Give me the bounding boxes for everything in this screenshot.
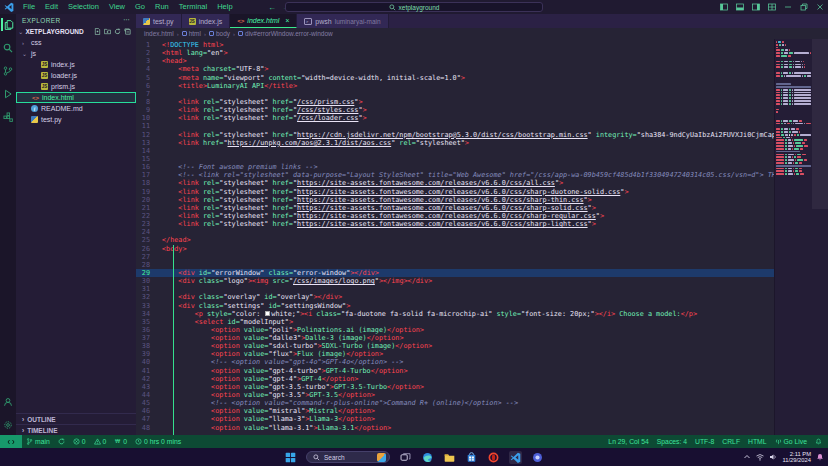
tab-index.js[interactable]: JSindex.js [182, 14, 231, 28]
menu-view[interactable]: View [104, 2, 130, 11]
status-error[interactable]: 0 [69, 438, 90, 445]
code-line-48[interactable]: 48 <option value="llama-3.1">Llama-3.1</… [136, 424, 774, 432]
code-line-14[interactable]: 14 [136, 147, 774, 155]
tree-item-prism.js[interactable]: JSprism.js [16, 81, 136, 92]
code-line-18[interactable]: 18 <link rel="stylesheet" href="https://… [136, 179, 774, 187]
taskbar-search[interactable]: Search [306, 451, 390, 463]
taskbar-app-store-icon[interactable] [465, 451, 478, 464]
status-broadcast[interactable]: Go Live [771, 438, 811, 445]
code-line-23[interactable]: 23 <link rel="stylesheet" href="https://… [136, 220, 774, 228]
code-line-44[interactable]: 44 <option value="gpt-3.5">GPT-3.5</opti… [136, 391, 774, 399]
code-line-30[interactable]: 30 <div class="logo"><img src="/css/imag… [136, 277, 774, 285]
tray-chevron-up-icon[interactable] [743, 453, 751, 461]
code-line-17[interactable]: 17 <!-- <link rel="stylesheet" data-purp… [136, 171, 774, 179]
menu-run[interactable]: Run [150, 2, 174, 11]
code-editor[interactable]: 1<!DOCTYPE html>2<html lang="en">3<head>… [136, 39, 774, 435]
menu-edit[interactable]: Edit [40, 2, 63, 11]
taskbar-app-taskview-icon[interactable] [399, 451, 412, 464]
code-line-6[interactable]: 6 <title>LuminaryAI API</title> [136, 82, 774, 90]
tree-item-js[interactable]: ⌄js [16, 48, 136, 59]
new-file-icon[interactable] [94, 28, 101, 35]
code-line-9[interactable]: 9 <link rel="stylesheet" href="/css/styl… [136, 106, 774, 114]
breadcrumb-item-0[interactable]: index.html [144, 30, 174, 37]
minimap[interactable] [774, 39, 812, 435]
layout-customize-icon[interactable] [764, 0, 780, 14]
status-branch[interactable]: main [22, 438, 54, 445]
tab-pwsh[interactable]: >_pwshluminaryai-main [297, 14, 388, 28]
code-line-24[interactable]: 24 [136, 228, 774, 236]
command-center-search[interactable]: xetplayground [285, 2, 543, 12]
status-crlf[interactable]: CRLF [718, 438, 744, 445]
taskbar-app-bluecircle-icon[interactable] [531, 451, 544, 464]
taskbar-app-edge-icon[interactable] [421, 451, 434, 464]
collapse-all-icon[interactable] [124, 28, 131, 35]
tree-item-README.md[interactable]: iREADME.md [16, 103, 136, 114]
code-line-19[interactable]: 19 <link rel="stylesheet" href="https://… [136, 188, 774, 196]
code-line-5[interactable]: 5 <meta name="viewport" content="width=d… [136, 74, 774, 82]
code-line-46[interactable]: 46 <option value="mistral">Mistral</opti… [136, 407, 774, 415]
status-won[interactable]: ₩0 [110, 438, 131, 445]
tree-item-test.py[interactable]: test.py [16, 114, 136, 125]
status-bell[interactable] [811, 438, 826, 445]
code-line-7[interactable]: 7 [136, 90, 774, 98]
code-line-41[interactable]: 41 <option value="gpt-4-turbo">GPT-4-Tur… [136, 367, 774, 375]
breadcrumb-item-3[interactable]: div#errorWindow.error-window [238, 30, 333, 37]
status-warning[interactable]: 0 [90, 438, 111, 445]
code-line-39[interactable]: 39 <option value="flux">Flux (image)</op… [136, 350, 774, 358]
status-clock[interactable]: 0 hrs 0 mins [131, 438, 185, 445]
editor-scrollbar[interactable] [812, 39, 828, 435]
status-html[interactable]: HTML [744, 438, 771, 445]
activitybar-source-control-icon[interactable] [1, 64, 15, 77]
code-line-25[interactable]: 25</head> [136, 236, 774, 244]
code-line-34[interactable]: 34 <p style="color: white;"><i class="fa… [136, 310, 774, 318]
back-icon[interactable]: ← [268, 3, 276, 12]
explorer-more-actions-icon[interactable]: ⋯ [123, 16, 130, 24]
code-line-2[interactable]: 2<html lang="en"> [136, 49, 774, 57]
code-line-4[interactable]: 4 <meta charset="UTF-8"> [136, 65, 774, 73]
notification-bell-icon[interactable] [816, 453, 824, 461]
tab-index.html[interactable]: <>index.html× [230, 14, 297, 28]
tree-item-index.html[interactable]: <>index.html [16, 92, 136, 103]
layout-sidebar-right-icon[interactable] [748, 0, 764, 14]
refresh-icon[interactable] [114, 28, 121, 35]
status-spaces-4[interactable]: Spaces: 4 [653, 438, 691, 445]
minimize-button[interactable] [780, 0, 796, 14]
code-line-8[interactable]: 8 <link rel="stylesheet" href="/css/pris… [136, 98, 774, 106]
menu-help[interactable]: Help [212, 2, 237, 11]
code-line-31[interactable]: 31 [136, 285, 774, 293]
outline-panel-header[interactable]: › OUTLINE [16, 413, 136, 424]
code-line-16[interactable]: 16 <!-- Font awsome premium links --> [136, 163, 774, 171]
code-line-43[interactable]: 43 <option value="gpt-3.5-turbo">GPT-3.5… [136, 383, 774, 391]
code-line-42[interactable]: 42 <option value="gpt-4">GPT-4</option> [136, 375, 774, 383]
tree-item-loader.js[interactable]: JSloader.js [16, 70, 136, 81]
tab-test.py[interactable]: test.py [136, 14, 182, 28]
code-line-45[interactable]: 45 <!-- <option value="command-r-plus-on… [136, 399, 774, 407]
code-line-35[interactable]: 35 <select id="modelInput"> [136, 318, 774, 326]
timeline-panel-header[interactable]: › TIMELINE [16, 424, 136, 435]
code-line-40[interactable]: 40 <!-- <option value="gpt-4o">GPT-4o</o… [136, 358, 774, 366]
workspace-section-header[interactable]: ⌄ XETPLAYGROUND [16, 26, 136, 37]
code-line-27[interactable]: 27 [136, 253, 774, 261]
activitybar-settings-icon[interactable] [1, 418, 15, 431]
code-line-37[interactable]: 37 <option value="dalle3">Dalle-3 (image… [136, 334, 774, 342]
taskbar-clock[interactable]: 2:11 PM 11/29/2024 [782, 451, 811, 464]
start-button[interactable] [284, 451, 297, 464]
layout-sidebar-left-icon[interactable] [716, 0, 732, 14]
code-line-33[interactable]: 33 <div class="settings" id="settingsWin… [136, 302, 774, 310]
code-line-28[interactable]: 28 [136, 261, 774, 269]
activitybar-extensions-icon[interactable] [1, 110, 15, 123]
status-utf-8[interactable]: UTF-8 [691, 438, 718, 445]
breadcrumb-item-1[interactable]: html [182, 30, 201, 37]
activitybar-account-icon[interactable] [1, 395, 15, 408]
code-line-21[interactable]: 21 <link rel="stylesheet" href="https://… [136, 204, 774, 212]
code-line-38[interactable]: 38 <option value="sdxl-turbo">SDXL-Turbo… [136, 342, 774, 350]
close-button[interactable] [812, 0, 828, 14]
taskbar-app-opera-icon[interactable] [487, 451, 500, 464]
status-sync[interactable] [54, 438, 69, 445]
breadcrumb-item-2[interactable]: body [209, 30, 230, 37]
taskbar-app-vscode-icon[interactable] [509, 451, 522, 464]
code-line-32[interactable]: 32 <div class="overlay" id="overlay"></d… [136, 293, 774, 301]
code-line-11[interactable]: 11 [136, 122, 774, 130]
layout-panel-icon[interactable] [732, 0, 748, 14]
code-line-29[interactable]: 29 <div id="errorWindow" class="error-wi… [136, 269, 774, 277]
